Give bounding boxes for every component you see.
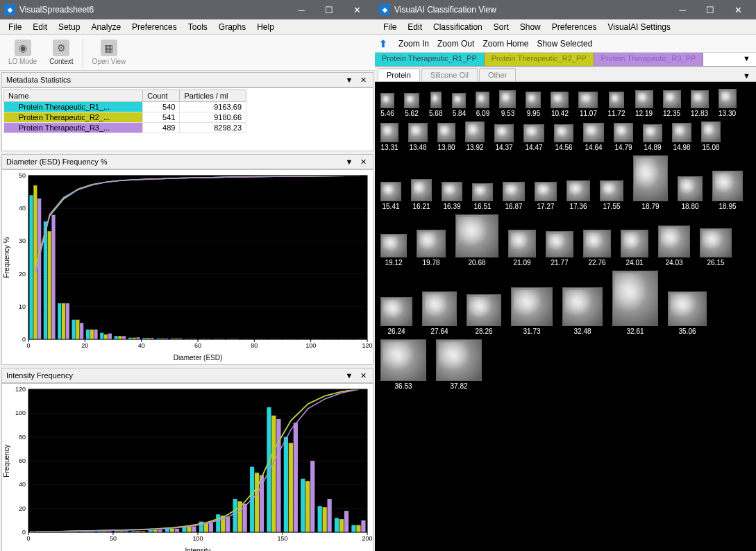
- menu-show[interactable]: Show: [514, 21, 546, 33]
- particle-thumb[interactable]: 14.98: [672, 123, 691, 151]
- particle-thumb[interactable]: 9.95: [526, 92, 541, 117]
- particle-thumb[interactable]: 37.82: [436, 339, 482, 390]
- particle-thumb[interactable]: 11.72: [607, 92, 625, 117]
- panel-close-icon[interactable]: ✕: [358, 74, 369, 85]
- col-particles-ml[interactable]: Particles / ml: [180, 90, 246, 102]
- menu-help[interactable]: Help: [251, 21, 280, 33]
- tool-context[interactable]: ⚙Context: [44, 36, 78, 69]
- menu-classification[interactable]: Classification: [428, 21, 488, 33]
- particle-thumb[interactable]: 6.09: [476, 92, 489, 117]
- class-tab-protein[interactable]: Protein: [378, 68, 420, 81]
- particle-thumb[interactable]: 18.79: [633, 155, 668, 210]
- particle-thumb[interactable]: 36.53: [380, 339, 426, 390]
- particle-thumb[interactable]: 14.56: [554, 124, 573, 151]
- particle-thumb[interactable]: 12.19: [635, 90, 653, 117]
- particle-thumb[interactable]: 31.73: [511, 287, 553, 335]
- panel-collapse-icon[interactable]: ▼: [344, 74, 355, 85]
- particle-thumb[interactable]: 32.61: [612, 271, 658, 335]
- particle-thumb[interactable]: 26.15: [700, 228, 732, 266]
- table-row[interactable]: Protein Therapeutic_R3_...4898298.23: [4, 123, 246, 133]
- home-icon[interactable]: ⬆: [379, 38, 387, 49]
- particle-thumb[interactable]: 14.37: [494, 124, 514, 151]
- menu-preferences[interactable]: Preferences: [546, 21, 603, 33]
- maximize-button-left[interactable]: ☐: [315, 0, 343, 19]
- minimize-button-right[interactable]: ─: [669, 0, 696, 19]
- close-button-left[interactable]: ✕: [343, 0, 371, 19]
- zoom-zoom-home[interactable]: Zoom Home: [478, 37, 532, 50]
- menu-file[interactable]: File: [378, 21, 402, 33]
- class-tab-silicone-oil[interactable]: Silicone Oil: [421, 68, 478, 81]
- zoom-show-selected[interactable]: Show Selected: [532, 37, 596, 50]
- menu-setup[interactable]: Setup: [53, 21, 85, 33]
- particle-thumb[interactable]: 16.21: [411, 179, 432, 210]
- particle-thumb[interactable]: 14.64: [583, 123, 604, 151]
- menu-preferences[interactable]: Preferences: [126, 21, 183, 33]
- particle-thumb[interactable]: 15.08: [701, 121, 721, 151]
- particle-thumb[interactable]: 24.01: [621, 230, 648, 266]
- menu-graphs[interactable]: Graphs: [213, 21, 251, 33]
- particle-thumb[interactable]: 24.03: [658, 226, 690, 266]
- particle-thumb[interactable]: 5.68: [429, 92, 442, 117]
- particle-thumb[interactable]: 32.48: [562, 287, 603, 335]
- particle-thumb[interactable]: 12.83: [691, 90, 709, 117]
- minimize-button-left[interactable]: ─: [287, 0, 315, 19]
- particle-thumb[interactable]: 13.48: [408, 123, 428, 151]
- particle-thumb[interactable]: 17.27: [535, 182, 557, 210]
- particle-thumb[interactable]: 27.64: [422, 291, 457, 335]
- menu-edit[interactable]: Edit: [27, 21, 53, 33]
- class-tabs-dropdown-icon[interactable]: ▼: [737, 70, 756, 81]
- particle-thumb[interactable]: 13.31: [380, 123, 398, 151]
- menu-edit[interactable]: Edit: [402, 21, 428, 33]
- particle-thumb[interactable]: 21.09: [508, 230, 536, 266]
- class-tab-other[interactable]: Other: [479, 68, 516, 81]
- particle-thumb[interactable]: 18.95: [712, 171, 743, 210]
- sample-tab-0[interactable]: Protein Therapeutic_R1_PP: [375, 53, 485, 66]
- menu-visualai-settings[interactable]: VisualAI Settings: [602, 21, 676, 33]
- sample-tabs-dropdown-icon[interactable]: ▼: [737, 53, 756, 66]
- particle-thumb[interactable]: 5.46: [380, 93, 394, 117]
- table-row[interactable]: Protein Therapeutic_R1_...5409163.69: [4, 102, 246, 112]
- particle-thumb[interactable]: 14.47: [523, 124, 544, 151]
- particle-thumb[interactable]: 35.06: [668, 291, 707, 335]
- tool-lo-mode[interactable]: ◉LO Mode: [3, 36, 42, 69]
- particle-thumb[interactable]: 22.76: [583, 230, 611, 266]
- particle-thumb[interactable]: 16.51: [472, 183, 493, 210]
- particle-thumb[interactable]: 17.55: [600, 180, 623, 210]
- panel-collapse-icon[interactable]: ▼: [344, 370, 355, 381]
- close-button-right[interactable]: ✕: [724, 0, 752, 19]
- zoom-zoom-in[interactable]: Zoom In: [394, 37, 433, 50]
- particle-thumb[interactable]: 14.79: [614, 123, 633, 151]
- menu-tools[interactable]: Tools: [183, 21, 213, 33]
- particle-thumb[interactable]: 12.35: [663, 90, 681, 117]
- col-count[interactable]: Count: [143, 90, 180, 102]
- panel-close-icon[interactable]: ✕: [358, 156, 369, 167]
- particle-thumb[interactable]: 13.30: [719, 89, 737, 117]
- sample-tab-2[interactable]: Protein Therapeutic_R3_PP: [594, 53, 704, 66]
- particle-thumb[interactable]: 13.80: [437, 123, 455, 151]
- particle-thumb[interactable]: 14.89: [643, 124, 662, 151]
- particle-gallery[interactable]: 5.465.625.685.846.099.539.9510.4211.0711…: [375, 82, 756, 551]
- particle-thumb[interactable]: 19.78: [417, 230, 446, 266]
- maximize-button-right[interactable]: ☐: [696, 0, 724, 19]
- menu-sort[interactable]: Sort: [488, 21, 514, 33]
- menu-file[interactable]: File: [3, 21, 27, 33]
- particle-thumb[interactable]: 15.41: [380, 182, 401, 210]
- panel-collapse-icon[interactable]: ▼: [344, 156, 355, 167]
- particle-thumb[interactable]: 26.24: [380, 297, 412, 335]
- sample-tab-1[interactable]: Protein Therapeutic_R2_PP: [485, 53, 594, 66]
- particle-thumb[interactable]: 18.80: [678, 176, 703, 210]
- particle-thumb[interactable]: 5.62: [404, 93, 419, 117]
- col-name[interactable]: Name: [4, 90, 143, 102]
- particle-thumb[interactable]: 10.42: [551, 92, 569, 117]
- particle-thumb[interactable]: 17.36: [566, 180, 590, 210]
- particle-thumb[interactable]: 20.68: [455, 214, 498, 266]
- particle-thumb[interactable]: 28.26: [467, 294, 501, 335]
- tool-open-view[interactable]: ▦Open View: [87, 36, 132, 69]
- particle-thumb[interactable]: 16.39: [442, 182, 462, 210]
- menu-analyze[interactable]: Analyze: [85, 21, 126, 33]
- particle-thumb[interactable]: 13.92: [465, 121, 485, 151]
- particle-thumb[interactable]: 16.87: [503, 182, 525, 210]
- particle-thumb[interactable]: 19.12: [380, 234, 407, 266]
- table-row[interactable]: Protein Therapeutic_R2_...5419180.66: [4, 112, 246, 123]
- particle-thumb[interactable]: 5.84: [452, 93, 466, 117]
